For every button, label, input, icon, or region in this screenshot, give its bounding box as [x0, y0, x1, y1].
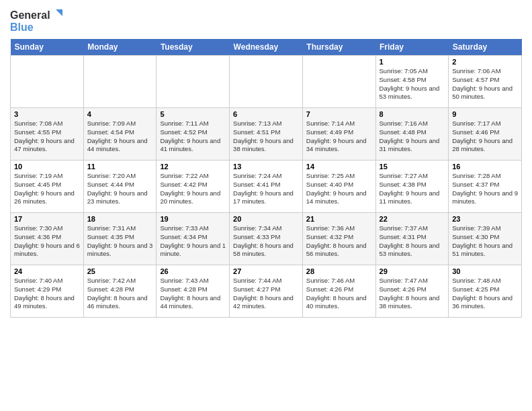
calendar-cell: 6Sunrise: 7:13 AM Sunset: 4:51 PM Daylig… — [230, 108, 303, 161]
day-info: Sunrise: 7:08 AM Sunset: 4:55 PM Dayligh… — [14, 120, 80, 154]
calendar-cell: 24Sunrise: 7:40 AM Sunset: 4:29 PM Dayli… — [11, 265, 84, 318]
calendar-cell: 9Sunrise: 7:17 AM Sunset: 4:46 PM Daylig… — [449, 108, 522, 161]
calendar-table: SundayMondayTuesdayWednesdayThursdayFrid… — [10, 39, 522, 318]
calendar-cell: 2Sunrise: 7:06 AM Sunset: 4:57 PM Daylig… — [449, 56, 522, 108]
svg-marker-2 — [56, 9, 62, 16]
calendar-cell: 29Sunrise: 7:47 AM Sunset: 4:26 PM Dayli… — [375, 265, 449, 318]
day-info: Sunrise: 7:25 AM Sunset: 4:40 PM Dayligh… — [306, 172, 372, 206]
svg-text:Blue: Blue — [10, 21, 34, 33]
day-info: Sunrise: 7:05 AM Sunset: 4:58 PM Dayligh… — [380, 67, 445, 101]
day-info: Sunrise: 7:11 AM Sunset: 4:52 PM Dayligh… — [160, 120, 226, 154]
day-number: 12 — [160, 163, 226, 171]
svg-text:General: General — [10, 9, 50, 21]
day-info: Sunrise: 7:44 AM Sunset: 4:27 PM Dayligh… — [233, 277, 299, 311]
calendar-cell: 12Sunrise: 7:22 AM Sunset: 4:42 PM Dayli… — [157, 161, 230, 213]
day-info: Sunrise: 7:48 AM Sunset: 4:25 PM Dayligh… — [452, 277, 518, 311]
day-info: Sunrise: 7:43 AM Sunset: 4:28 PM Dayligh… — [160, 277, 226, 311]
day-info: Sunrise: 7:47 AM Sunset: 4:26 PM Dayligh… — [380, 277, 445, 311]
day-number: 25 — [87, 267, 153, 275]
calendar-week-1: 1Sunrise: 7:05 AM Sunset: 4:58 PM Daylig… — [11, 56, 522, 108]
calendar-cell: 23Sunrise: 7:39 AM Sunset: 4:30 PM Dayli… — [449, 213, 522, 265]
day-number: 30 — [452, 267, 518, 275]
calendar-cell: 16Sunrise: 7:28 AM Sunset: 4:37 PM Dayli… — [449, 161, 522, 213]
day-number: 22 — [380, 215, 445, 223]
day-info: Sunrise: 7:36 AM Sunset: 4:32 PM Dayligh… — [306, 224, 372, 259]
calendar-week-5: 24Sunrise: 7:40 AM Sunset: 4:29 PM Dayli… — [11, 265, 522, 318]
day-number: 7 — [306, 110, 372, 118]
day-info: Sunrise: 7:42 AM Sunset: 4:28 PM Dayligh… — [87, 277, 153, 311]
calendar-cell: 5Sunrise: 7:11 AM Sunset: 4:52 PM Daylig… — [157, 108, 230, 161]
day-number: 10 — [14, 163, 80, 171]
calendar-cell: 27Sunrise: 7:44 AM Sunset: 4:27 PM Dayli… — [230, 265, 303, 318]
day-info: Sunrise: 7:40 AM Sunset: 4:29 PM Dayligh… — [14, 277, 80, 311]
day-info: Sunrise: 7:33 AM Sunset: 4:34 PM Dayligh… — [160, 224, 226, 259]
day-number: 6 — [233, 110, 299, 118]
calendar-header-wednesday: Wednesday — [230, 39, 303, 56]
calendar-cell: 4Sunrise: 7:09 AM Sunset: 4:54 PM Daylig… — [83, 108, 157, 161]
day-number: 24 — [14, 267, 80, 275]
calendar-cell — [302, 56, 375, 108]
calendar-cell: 3Sunrise: 7:08 AM Sunset: 4:55 PM Daylig… — [11, 108, 84, 161]
calendar-cell: 22Sunrise: 7:37 AM Sunset: 4:31 PM Dayli… — [375, 213, 449, 265]
day-number: 2 — [452, 58, 518, 66]
calendar-header-friday: Friday — [375, 39, 449, 56]
logo: GeneralBlue — [10, 7, 71, 34]
calendar-cell: 20Sunrise: 7:34 AM Sunset: 4:33 PM Dayli… — [230, 213, 303, 265]
day-number: 20 — [233, 215, 299, 223]
calendar-cell: 10Sunrise: 7:19 AM Sunset: 4:45 PM Dayli… — [11, 161, 84, 213]
calendar-header-monday: Monday — [83, 39, 157, 56]
logo-svg: GeneralBlue — [10, 7, 71, 34]
calendar-cell: 8Sunrise: 7:16 AM Sunset: 4:48 PM Daylig… — [375, 108, 449, 161]
day-number: 13 — [233, 163, 299, 171]
calendar-cell: 28Sunrise: 7:46 AM Sunset: 4:26 PM Dayli… — [302, 265, 375, 318]
day-info: Sunrise: 7:14 AM Sunset: 4:49 PM Dayligh… — [306, 120, 372, 154]
calendar-header-tuesday: Tuesday — [157, 39, 230, 56]
day-info: Sunrise: 7:24 AM Sunset: 4:41 PM Dayligh… — [233, 172, 299, 206]
calendar-cell: 19Sunrise: 7:33 AM Sunset: 4:34 PM Dayli… — [157, 213, 230, 265]
day-number: 28 — [306, 267, 372, 275]
calendar-cell: 17Sunrise: 7:30 AM Sunset: 4:36 PM Dayli… — [11, 213, 84, 265]
day-info: Sunrise: 7:46 AM Sunset: 4:26 PM Dayligh… — [306, 277, 372, 311]
calendar-cell — [230, 56, 303, 108]
calendar-cell — [11, 56, 84, 108]
day-number: 5 — [160, 110, 226, 118]
calendar-cell: 14Sunrise: 7:25 AM Sunset: 4:40 PM Dayli… — [302, 161, 375, 213]
day-number: 27 — [233, 267, 299, 275]
calendar-cell: 1Sunrise: 7:05 AM Sunset: 4:58 PM Daylig… — [375, 56, 449, 108]
day-info: Sunrise: 7:30 AM Sunset: 4:36 PM Dayligh… — [14, 224, 80, 259]
day-number: 3 — [14, 110, 80, 118]
day-info: Sunrise: 7:13 AM Sunset: 4:51 PM Dayligh… — [233, 120, 299, 154]
day-number: 23 — [452, 215, 518, 223]
day-info: Sunrise: 7:09 AM Sunset: 4:54 PM Dayligh… — [87, 120, 153, 154]
calendar-cell: 11Sunrise: 7:20 AM Sunset: 4:44 PM Dayli… — [83, 161, 157, 213]
day-number: 16 — [452, 163, 518, 171]
day-info: Sunrise: 7:20 AM Sunset: 4:44 PM Dayligh… — [87, 172, 153, 206]
day-number: 19 — [160, 215, 226, 223]
day-info: Sunrise: 7:27 AM Sunset: 4:38 PM Dayligh… — [380, 172, 445, 206]
day-number: 15 — [380, 163, 445, 171]
calendar-cell: 13Sunrise: 7:24 AM Sunset: 4:41 PM Dayli… — [230, 161, 303, 213]
day-number: 21 — [306, 215, 372, 223]
calendar-cell — [157, 56, 230, 108]
calendar-week-4: 17Sunrise: 7:30 AM Sunset: 4:36 PM Dayli… — [11, 213, 522, 265]
calendar-cell: 26Sunrise: 7:43 AM Sunset: 4:28 PM Dayli… — [157, 265, 230, 318]
day-info: Sunrise: 7:31 AM Sunset: 4:35 PM Dayligh… — [87, 224, 153, 259]
calendar-header-sunday: Sunday — [11, 39, 84, 56]
day-info: Sunrise: 7:22 AM Sunset: 4:42 PM Dayligh… — [160, 172, 226, 206]
day-info: Sunrise: 7:06 AM Sunset: 4:57 PM Dayligh… — [452, 67, 518, 101]
day-info: Sunrise: 7:37 AM Sunset: 4:31 PM Dayligh… — [380, 224, 445, 259]
calendar-header-thursday: Thursday — [302, 39, 375, 56]
day-info: Sunrise: 7:17 AM Sunset: 4:46 PM Dayligh… — [452, 120, 518, 154]
calendar-week-3: 10Sunrise: 7:19 AM Sunset: 4:45 PM Dayli… — [11, 161, 522, 213]
day-number: 17 — [14, 215, 80, 223]
day-info: Sunrise: 7:34 AM Sunset: 4:33 PM Dayligh… — [233, 224, 299, 259]
day-number: 9 — [452, 110, 518, 118]
day-info: Sunrise: 7:19 AM Sunset: 4:45 PM Dayligh… — [14, 172, 80, 206]
day-info: Sunrise: 7:39 AM Sunset: 4:30 PM Dayligh… — [452, 224, 518, 259]
day-number: 26 — [160, 267, 226, 275]
calendar-cell: 18Sunrise: 7:31 AM Sunset: 4:35 PM Dayli… — [83, 213, 157, 265]
calendar-cell: 7Sunrise: 7:14 AM Sunset: 4:49 PM Daylig… — [302, 108, 375, 161]
calendar-cell: 15Sunrise: 7:27 AM Sunset: 4:38 PM Dayli… — [375, 161, 449, 213]
calendar-week-2: 3Sunrise: 7:08 AM Sunset: 4:55 PM Daylig… — [11, 108, 522, 161]
calendar-header-saturday: Saturday — [449, 39, 522, 56]
